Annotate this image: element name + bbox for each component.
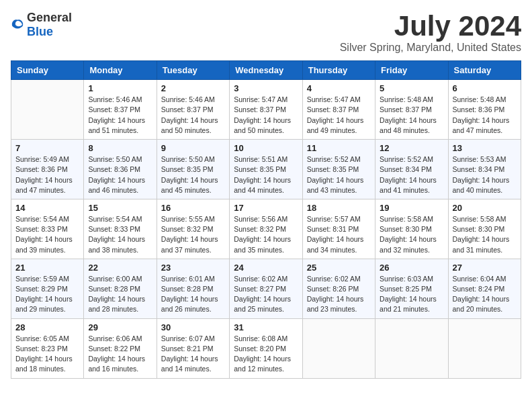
day-info: Sunrise: 5:52 AM Sunset: 8:34 PM Dayligh… xyxy=(380,154,443,195)
weekday-header: Wednesday xyxy=(230,61,302,80)
day-info: Sunrise: 5:51 AM Sunset: 8:35 PM Dayligh… xyxy=(234,154,298,195)
calendar-cell: 16Sunrise: 5:55 AM Sunset: 8:32 PM Dayli… xyxy=(157,199,229,259)
calendar-cell: 24Sunrise: 6:02 AM Sunset: 8:27 PM Dayli… xyxy=(230,259,302,318)
title-area: July 2024 Silver Spring, Maryland, Unite… xyxy=(340,11,521,54)
day-number: 18 xyxy=(307,203,371,213)
calendar-week: 14Sunrise: 5:54 AM Sunset: 8:33 PM Dayli… xyxy=(11,199,521,259)
day-info: Sunrise: 5:54 AM Sunset: 8:33 PM Dayligh… xyxy=(88,214,152,255)
calendar-week: 28Sunrise: 6:05 AM Sunset: 8:23 PM Dayli… xyxy=(11,318,521,378)
calendar-cell xyxy=(302,318,375,378)
calendar-cell: 15Sunrise: 5:54 AM Sunset: 8:33 PM Dayli… xyxy=(84,199,157,259)
day-info: Sunrise: 5:47 AM Sunset: 8:37 PM Dayligh… xyxy=(307,95,371,136)
calendar-cell: 20Sunrise: 5:58 AM Sunset: 8:30 PM Dayli… xyxy=(448,199,521,259)
day-number: 21 xyxy=(15,263,79,273)
calendar-cell: 22Sunrise: 6:00 AM Sunset: 8:28 PM Dayli… xyxy=(84,259,157,318)
day-number: 28 xyxy=(15,322,79,332)
calendar-cell: 30Sunrise: 6:07 AM Sunset: 8:21 PM Dayli… xyxy=(157,318,229,378)
day-info: Sunrise: 5:58 AM Sunset: 8:30 PM Dayligh… xyxy=(380,214,443,255)
calendar: SundayMondayTuesdayWednesdayThursdayFrid… xyxy=(11,60,521,378)
day-number: 29 xyxy=(88,322,152,332)
calendar-week: 7Sunrise: 5:49 AM Sunset: 8:36 PM Daylig… xyxy=(11,140,521,199)
day-number: 14 xyxy=(15,203,79,213)
logo: General Blue xyxy=(11,11,72,39)
day-number: 22 xyxy=(88,263,152,273)
day-info: Sunrise: 5:47 AM Sunset: 8:37 PM Dayligh… xyxy=(234,95,298,136)
day-number: 30 xyxy=(161,322,225,332)
day-info: Sunrise: 6:05 AM Sunset: 8:23 PM Dayligh… xyxy=(15,334,79,375)
day-number: 31 xyxy=(234,322,298,332)
day-info: Sunrise: 6:01 AM Sunset: 8:28 PM Dayligh… xyxy=(161,274,225,315)
day-info: Sunrise: 6:08 AM Sunset: 8:20 PM Dayligh… xyxy=(234,334,298,375)
calendar-cell: 7Sunrise: 5:49 AM Sunset: 8:36 PM Daylig… xyxy=(11,140,84,199)
location-title: Silver Spring, Maryland, United States xyxy=(340,42,521,54)
calendar-cell: 29Sunrise: 6:06 AM Sunset: 8:22 PM Dayli… xyxy=(84,318,157,378)
day-info: Sunrise: 5:46 AM Sunset: 8:37 PM Dayligh… xyxy=(161,95,225,136)
day-info: Sunrise: 5:52 AM Sunset: 8:35 PM Dayligh… xyxy=(307,154,371,195)
day-number: 23 xyxy=(161,263,225,273)
month-title: July 2024 xyxy=(340,11,521,42)
day-number: 13 xyxy=(453,143,517,153)
day-number: 10 xyxy=(234,143,298,153)
day-info: Sunrise: 5:58 AM Sunset: 8:30 PM Dayligh… xyxy=(453,214,517,255)
day-info: Sunrise: 5:50 AM Sunset: 8:35 PM Dayligh… xyxy=(161,154,225,195)
day-info: Sunrise: 5:55 AM Sunset: 8:32 PM Dayligh… xyxy=(161,214,225,255)
weekday-header: Sunday xyxy=(11,61,84,80)
calendar-cell: 23Sunrise: 6:01 AM Sunset: 8:28 PM Dayli… xyxy=(157,259,229,318)
day-info: Sunrise: 6:00 AM Sunset: 8:28 PM Dayligh… xyxy=(88,274,152,315)
day-number: 1 xyxy=(88,83,152,93)
calendar-cell xyxy=(375,318,448,378)
day-number: 4 xyxy=(307,83,371,93)
calendar-cell: 10Sunrise: 5:51 AM Sunset: 8:35 PM Dayli… xyxy=(230,140,302,199)
weekday-header: Tuesday xyxy=(157,61,229,80)
calendar-cell: 12Sunrise: 5:52 AM Sunset: 8:34 PM Dayli… xyxy=(375,140,448,199)
day-info: Sunrise: 5:53 AM Sunset: 8:34 PM Dayligh… xyxy=(453,154,517,195)
day-number: 24 xyxy=(234,263,298,273)
calendar-cell: 14Sunrise: 5:54 AM Sunset: 8:33 PM Dayli… xyxy=(11,199,84,259)
day-number: 3 xyxy=(234,83,298,93)
day-info: Sunrise: 6:07 AM Sunset: 8:21 PM Dayligh… xyxy=(161,334,225,375)
day-number: 11 xyxy=(307,143,371,153)
day-info: Sunrise: 6:02 AM Sunset: 8:27 PM Dayligh… xyxy=(234,274,298,315)
day-number: 15 xyxy=(88,203,152,213)
day-info: Sunrise: 5:56 AM Sunset: 8:32 PM Dayligh… xyxy=(234,214,298,255)
calendar-cell xyxy=(11,80,84,140)
calendar-cell: 9Sunrise: 5:50 AM Sunset: 8:35 PM Daylig… xyxy=(157,140,229,199)
weekday-header: Monday xyxy=(84,61,157,80)
day-info: Sunrise: 5:48 AM Sunset: 8:37 PM Dayligh… xyxy=(380,95,443,136)
calendar-cell: 17Sunrise: 5:56 AM Sunset: 8:32 PM Dayli… xyxy=(230,199,302,259)
day-info: Sunrise: 5:59 AM Sunset: 8:29 PM Dayligh… xyxy=(15,274,79,315)
calendar-cell: 27Sunrise: 6:04 AM Sunset: 8:24 PM Dayli… xyxy=(448,259,521,318)
calendar-cell: 2Sunrise: 5:46 AM Sunset: 8:37 PM Daylig… xyxy=(157,80,229,140)
day-info: Sunrise: 5:57 AM Sunset: 8:31 PM Dayligh… xyxy=(307,214,371,255)
day-number: 26 xyxy=(380,263,443,273)
calendar-cell: 5Sunrise: 5:48 AM Sunset: 8:37 PM Daylig… xyxy=(375,80,448,140)
day-info: Sunrise: 6:03 AM Sunset: 8:25 PM Dayligh… xyxy=(380,274,443,315)
day-number: 2 xyxy=(161,83,225,93)
day-number: 5 xyxy=(380,83,443,93)
day-info: Sunrise: 5:50 AM Sunset: 8:36 PM Dayligh… xyxy=(88,154,152,195)
logo-blue: Blue xyxy=(27,25,53,38)
calendar-cell: 6Sunrise: 5:48 AM Sunset: 8:36 PM Daylig… xyxy=(448,80,521,140)
calendar-cell: 31Sunrise: 6:08 AM Sunset: 8:20 PM Dayli… xyxy=(230,318,302,378)
calendar-cell: 28Sunrise: 6:05 AM Sunset: 8:23 PM Dayli… xyxy=(11,318,84,378)
calendar-cell: 18Sunrise: 5:57 AM Sunset: 8:31 PM Dayli… xyxy=(302,199,375,259)
day-number: 7 xyxy=(15,143,79,153)
calendar-cell: 26Sunrise: 6:03 AM Sunset: 8:25 PM Dayli… xyxy=(375,259,448,318)
header: General Blue July 2024 Silver Spring, Ma… xyxy=(11,11,521,54)
day-info: Sunrise: 5:48 AM Sunset: 8:36 PM Dayligh… xyxy=(453,95,517,136)
calendar-body: 1Sunrise: 5:46 AM Sunset: 8:37 PM Daylig… xyxy=(11,80,521,378)
calendar-cell: 3Sunrise: 5:47 AM Sunset: 8:37 PM Daylig… xyxy=(230,80,302,140)
logo-text: General Blue xyxy=(27,11,72,39)
day-number: 8 xyxy=(88,143,152,153)
day-info: Sunrise: 6:06 AM Sunset: 8:22 PM Dayligh… xyxy=(88,334,152,375)
day-info: Sunrise: 5:46 AM Sunset: 8:37 PM Dayligh… xyxy=(88,95,152,136)
day-number: 25 xyxy=(307,263,371,273)
calendar-header: SundayMondayTuesdayWednesdayThursdayFrid… xyxy=(11,61,521,80)
weekday-header: Thursday xyxy=(302,61,375,80)
calendar-cell: 13Sunrise: 5:53 AM Sunset: 8:34 PM Dayli… xyxy=(448,140,521,199)
day-number: 17 xyxy=(234,203,298,213)
day-number: 6 xyxy=(453,83,517,93)
day-number: 20 xyxy=(453,203,517,213)
calendar-cell: 8Sunrise: 5:50 AM Sunset: 8:36 PM Daylig… xyxy=(84,140,157,199)
calendar-cell xyxy=(448,318,521,378)
